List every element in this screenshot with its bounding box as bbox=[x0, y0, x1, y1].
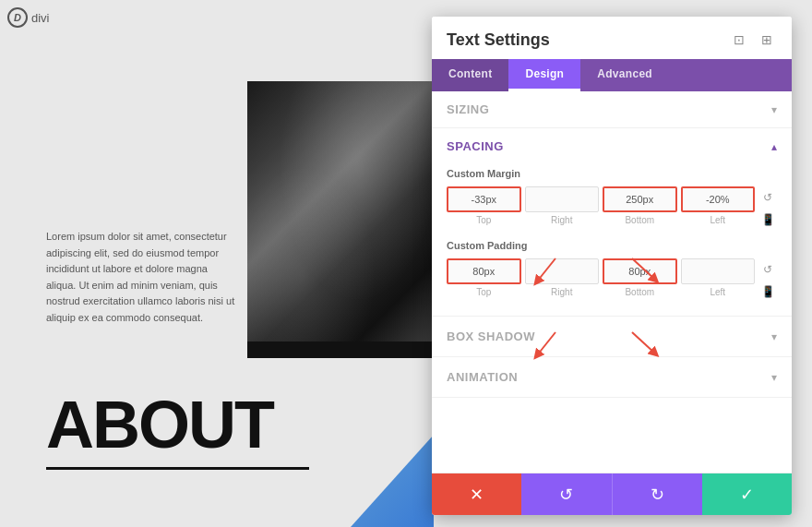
margin-bottom-label: Bottom bbox=[625, 215, 654, 225]
bw-image-bar bbox=[247, 341, 432, 358]
settings-panel: Text Settings ⊡ ⊞ Content Design Advance… bbox=[432, 17, 792, 515]
custom-margin-row: Top Right Bottom Left bbox=[447, 186, 777, 229]
margin-top-label: Top bbox=[476, 215, 491, 225]
padding-top-label: Top bbox=[476, 287, 491, 297]
spacing-section-header[interactable]: Spacing ▴ bbox=[432, 128, 792, 157]
box-shadow-chevron-icon: ▾ bbox=[771, 330, 777, 343]
about-heading: ABOUT bbox=[46, 387, 273, 462]
custom-margin-label: Custom Margin bbox=[447, 168, 777, 179]
save-button[interactable]: ✓ bbox=[702, 473, 792, 515]
tab-content[interactable]: Content bbox=[432, 59, 508, 91]
margin-left-cell: Left bbox=[681, 186, 756, 225]
panel-content: Sizing ▾ Spacing ▴ Custom Margin Top R bbox=[432, 91, 792, 473]
panel-footer: ✕ ↺ ↻ ✓ bbox=[432, 473, 792, 515]
animation-section-header[interactable]: Animation ▾ bbox=[432, 357, 792, 398]
margin-left-input[interactable] bbox=[681, 186, 756, 212]
padding-right-input[interactable] bbox=[525, 258, 600, 284]
padding-right-label: Right bbox=[551, 287, 572, 297]
spacing-label: Spacing bbox=[447, 139, 504, 153]
panel-tabs: Content Design Advanced bbox=[432, 59, 792, 91]
divi-logo-text: divi bbox=[31, 11, 50, 25]
padding-left-cell: Left bbox=[681, 258, 756, 297]
panel-layout-icon[interactable]: ⊞ bbox=[757, 30, 777, 50]
custom-padding-label: Custom Padding bbox=[447, 240, 777, 251]
margin-top-cell: Top bbox=[447, 186, 521, 225]
padding-device-button[interactable]: 📱 bbox=[758, 282, 777, 301]
custom-padding-group: Custom Padding Top Right Bottom bbox=[447, 240, 777, 301]
animation-chevron-icon: ▾ bbox=[771, 371, 777, 384]
padding-top-cell: Top bbox=[447, 258, 521, 297]
spacing-section-body: Custom Margin Top Right Bottom bbox=[432, 168, 792, 317]
box-shadow-section-header[interactable]: Box Shadow ▾ bbox=[432, 317, 792, 357]
tab-advanced[interactable]: Advanced bbox=[580, 59, 669, 91]
divi-logo-circle: D bbox=[7, 7, 28, 28]
body-text-block: Lorem ipsum dolor sit amet, consectetur … bbox=[46, 229, 240, 327]
panel-resize-icon[interactable]: ⊡ bbox=[729, 30, 749, 50]
spacing-chevron-icon: ▴ bbox=[771, 140, 777, 153]
margin-reset-button[interactable]: ↺ bbox=[758, 188, 777, 207]
redo-button[interactable]: ↻ bbox=[612, 473, 702, 515]
margin-right-input[interactable] bbox=[525, 186, 600, 212]
margin-device-button[interactable]: 📱 bbox=[758, 210, 777, 229]
panel-title-row: Text Settings ⊡ ⊞ bbox=[447, 30, 777, 50]
margin-bottom-cell: Bottom bbox=[603, 186, 677, 225]
tab-design[interactable]: Design bbox=[508, 59, 580, 91]
padding-bottom-input[interactable] bbox=[603, 258, 677, 284]
margin-right-cell: Right bbox=[525, 186, 600, 225]
margin-left-label: Left bbox=[710, 215, 725, 225]
panel-title: Text Settings bbox=[447, 30, 550, 50]
padding-reset-button[interactable]: ↺ bbox=[758, 260, 777, 279]
custom-margin-group: Custom Margin Top Right Bottom bbox=[447, 168, 777, 229]
box-shadow-label: Box Shadow bbox=[447, 329, 535, 343]
panel-icon-buttons: ⊡ ⊞ bbox=[729, 30, 777, 50]
reset-button[interactable]: ↺ bbox=[521, 473, 611, 515]
animation-label: Animation bbox=[447, 370, 518, 384]
body-text: Lorem ipsum dolor sit amet, consectetur … bbox=[46, 229, 240, 327]
sizing-chevron-icon: ▾ bbox=[771, 103, 777, 116]
padding-left-input[interactable] bbox=[681, 258, 756, 284]
padding-bottom-cell: Bottom bbox=[603, 258, 677, 297]
divi-logo-letter: D bbox=[14, 12, 21, 23]
margin-top-input[interactable] bbox=[447, 186, 521, 212]
about-underline bbox=[46, 467, 309, 470]
padding-top-input[interactable] bbox=[447, 258, 521, 284]
bw-image bbox=[247, 81, 432, 358]
custom-padding-row: Top Right Bottom Left bbox=[447, 258, 777, 301]
padding-left-label: Left bbox=[710, 287, 725, 297]
panel-header: Text Settings ⊡ ⊞ bbox=[432, 17, 792, 59]
padding-actions: ↺ 📱 bbox=[758, 258, 777, 301]
cancel-button[interactable]: ✕ bbox=[432, 473, 521, 515]
margin-actions: ↺ 📱 bbox=[758, 186, 777, 229]
divi-logo: D divi bbox=[7, 7, 50, 28]
margin-bottom-input[interactable] bbox=[603, 186, 677, 212]
sizing-section-header[interactable]: Sizing ▾ bbox=[432, 91, 792, 128]
padding-right-cell: Right bbox=[525, 258, 600, 297]
padding-bottom-label: Bottom bbox=[625, 287, 654, 297]
margin-right-label: Right bbox=[551, 215, 572, 225]
sizing-label: Sizing bbox=[447, 102, 489, 116]
